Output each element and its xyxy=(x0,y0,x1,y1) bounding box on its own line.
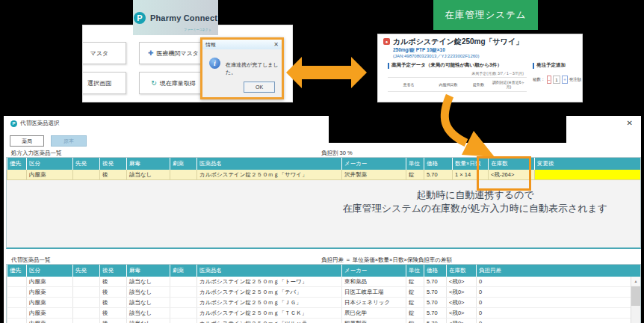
minus-stepper[interactable]: − xyxy=(547,76,552,84)
pharmy-connect-logo: P Pharmy Connect ファーミーコネクト xyxy=(133,0,218,35)
col-maker: メーカー xyxy=(342,158,406,170)
price-cell: 5.70 xyxy=(424,319,447,323)
drug-icon: ● xyxy=(383,38,390,45)
col-category: 区分 xyxy=(27,265,73,277)
cell-priority xyxy=(7,319,27,323)
drug-name-cell: カルボシステイン錠２５０ｍｇ「ＴＣＫ」 xyxy=(197,308,342,319)
rx-table-row[interactable]: 内服薬 後 該当なし カルボシステイン錠２５０ｍｇ「サワイ」 沢井製薬 錠 5.… xyxy=(7,170,641,180)
alt-table-row[interactable]: 内服薬 後 該当なし カルボシステイン錠２５０ｍｇ「ＴＣＫ」 辰巳化学 錠 5.… xyxy=(7,308,641,319)
changed-cell xyxy=(535,170,641,180)
annotation-line-2: 在庫管理システムの在庫数が処方入力時に自動表示されます xyxy=(315,202,636,215)
price-cell: 5.70 xyxy=(424,287,447,298)
original-tab-button[interactable]: 原本 xyxy=(51,135,87,147)
order-heading-label: 発注予定追加 xyxy=(536,62,566,69)
scrollbar-thumb[interactable] xyxy=(631,286,640,306)
maker-cell: 辰巳化学 xyxy=(342,308,406,319)
qty-field[interactable]: 1 xyxy=(553,76,560,84)
col-maker: メーカー xyxy=(342,265,406,277)
heading-bar-icon xyxy=(388,63,389,69)
cell-category: 内服薬 xyxy=(27,277,73,287)
qty-label: 箱数： xyxy=(533,77,545,82)
dialog-title-bar: 情報 ✕ xyxy=(202,40,282,49)
stock-fetch-button-label: 現在庫量取得 xyxy=(160,79,196,87)
cell-category: 内服薬 xyxy=(27,287,73,298)
schedule-heading-label: 薬局予定データ（来局の可能性が高い順から3件） xyxy=(391,62,502,69)
heading-bar-icon xyxy=(533,63,534,69)
cell-brand xyxy=(73,170,100,180)
window-title: P 代替医薬品選択 xyxy=(10,120,60,127)
col-priority: 優先 xyxy=(7,158,27,170)
alt-table-row[interactable]: 内服薬 後 該当なし カルボシステイン錠２５０ｍｇ「ＪＧ」 日本ジェネリック 錠… xyxy=(7,298,641,308)
stock-cell: <残0> xyxy=(447,298,477,308)
medical-master-button[interactable]: ✚ 医療機関マスタ xyxy=(139,42,208,64)
cell-brand xyxy=(73,308,100,319)
price-cell: 5.70 xyxy=(424,298,447,308)
cell-narcotic: 該当なし xyxy=(127,308,170,319)
medical-master-button-label: 医療機関マスタ xyxy=(156,49,199,58)
drug-name-cell: カルボシステイン錠２５０ｍｇ「ＪＧ」 xyxy=(197,298,342,308)
burden-formula-note: 負担円差 ＝ 単位薬価×数量×日数×保険負担率の差額 xyxy=(321,256,452,264)
alt-table-header: 優先 区分 先発 後発 麻毒 劇薬 医薬品名 メーカー 単位 価格 在庫数 負担… xyxy=(7,265,641,277)
col-generic: 後発 xyxy=(100,265,127,277)
cell-category: 内服薬 xyxy=(27,319,73,323)
drug-name-cell: カルボシステイン錠２５０ｍｇ「トーワ」 xyxy=(197,277,342,287)
col-unit: 単位 xyxy=(406,265,424,277)
dialog-message: 在庫連携が完了しました。 xyxy=(226,61,282,76)
schedule-panel-heading: 薬局予定データ（来局の可能性が高い順から3件） xyxy=(388,62,527,69)
maker-cell: 日本ジェネリック xyxy=(342,298,406,308)
hospital-icon: ✚ xyxy=(148,50,154,57)
select-screen-button[interactable]: 選択画面 xyxy=(82,72,126,94)
order-controls: 箱数： − 1 ＋ 発注額： メデ ▾ xyxy=(533,76,583,84)
cell-priority xyxy=(7,308,27,319)
alt-table-container: 優先 区分 先発 後発 麻毒 劇薬 医薬品名 メーカー 単位 価格 在庫数 負担… xyxy=(6,264,641,323)
plus-stepper[interactable]: ＋ xyxy=(562,76,568,84)
cell-potent xyxy=(170,308,197,319)
ok-button[interactable]: OK xyxy=(244,81,275,93)
master-button[interactable]: マスタ xyxy=(82,42,126,64)
cell-generic: 後 xyxy=(100,319,127,323)
scrollbar-up-icon[interactable]: ▲ xyxy=(631,277,640,286)
burden-ratio-note: 負担割 30 % xyxy=(321,150,353,157)
unit-cell: 錠 xyxy=(406,308,424,319)
unit-cell: 錠 xyxy=(406,298,424,308)
col-price: 価格 xyxy=(424,265,447,277)
maker-cell: 東和薬品 xyxy=(342,277,406,287)
alt-table-row[interactable]: 内服薬 後 該当なし カルボシステイン錠２５０ｍｇ「テバ」 日医工岐阜工場 錠 … xyxy=(7,287,641,298)
select-screen-button-label: 選択画面 xyxy=(87,79,111,87)
auto-link-annotation: 起動時に自動連携するので 在庫管理システムの在庫数が処方入力時に自動表示されます xyxy=(315,188,636,215)
stock-fetch-button[interactable]: ↻ 現在庫量取得 xyxy=(139,72,208,94)
col-priority: 優先 xyxy=(7,265,27,277)
vertical-scrollbar[interactable]: ▲ xyxy=(631,277,640,323)
col-burden-diff: 負担円差 xyxy=(477,265,641,277)
alt-table-row[interactable]: 内服薬 後 該当なし カルボシステイン錠２５０ｍｇ「ツルハラ」 鶴原製薬 錠 5… xyxy=(7,319,641,323)
cell-narcotic: 該当なし xyxy=(127,170,170,180)
cell-brand xyxy=(73,298,100,308)
col-tablet-count: 錠剤数 xyxy=(467,82,491,87)
burden-diff-cell: 0 xyxy=(477,287,641,298)
unit-cell: 錠 xyxy=(406,319,424,323)
cell-potent xyxy=(170,277,197,287)
rx-section-label: 処方入力医薬品一覧 xyxy=(11,150,62,157)
burden-diff-cell: 0 xyxy=(477,298,641,308)
cell-brand xyxy=(73,287,100,298)
close-icon[interactable]: ✕ xyxy=(273,41,279,48)
cell-category: 内服薬 xyxy=(27,308,73,319)
cell-brand xyxy=(73,319,100,323)
col-stock: 在庫数 xyxy=(447,265,477,277)
cell-priority xyxy=(7,170,27,180)
stock-cell: <残0> xyxy=(447,287,477,298)
cell-potent xyxy=(170,287,197,298)
cell-category: 内服薬 xyxy=(27,170,73,180)
drug-name-cell: カルボシステイン錠２５０ｍｇ「サワイ」 xyxy=(197,170,342,180)
burden-diff-cell: 0 xyxy=(477,308,641,319)
alt-section-label: 代替医薬品一覧 xyxy=(11,256,51,264)
pharmacy-tab-button[interactable]: 薬局 xyxy=(10,135,44,147)
alt-drug-selector-window: P 代替医薬品選択 ✕ 薬局 原本 処方入力医薬品一覧 負担割 30 % 優先 … xyxy=(4,116,641,323)
alt-table-row[interactable]: 内服薬 後 該当なし カルボシステイン錠２５０ｍｇ「トーワ」 東和薬品 錠 5.… xyxy=(7,277,641,287)
cell-narcotic: 該当なし xyxy=(127,287,170,298)
cell-potent xyxy=(170,319,197,323)
price-cell: 5.70 xyxy=(424,277,447,287)
burden-diff-cell: 0 xyxy=(477,277,641,287)
close-icon[interactable]: ✕ xyxy=(627,119,633,127)
stock-cell: <残0> xyxy=(447,277,477,287)
